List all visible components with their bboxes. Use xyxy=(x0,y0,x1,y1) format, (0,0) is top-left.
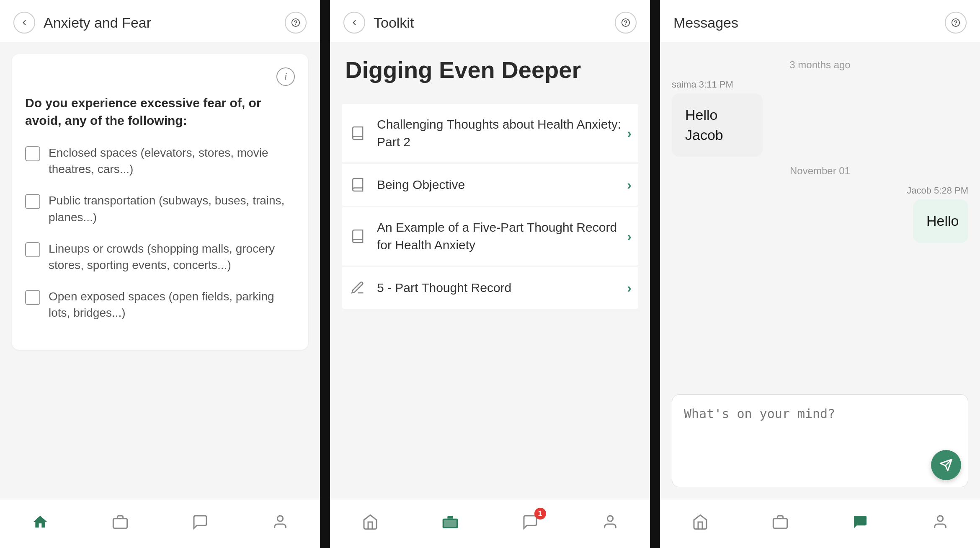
timestamp-top: 3 months ago xyxy=(672,59,968,71)
profile-icon-3 xyxy=(929,511,951,533)
message-input-container xyxy=(660,386,980,499)
panel2-title: Toolkit xyxy=(374,15,615,31)
message-input[interactable] xyxy=(684,406,956,473)
list-item-3[interactable]: An Example of a Five-Part Thought Record… xyxy=(342,207,638,266)
divider-2 xyxy=(650,0,660,548)
chevron-icon-3: › xyxy=(627,229,632,244)
book-icon-1 xyxy=(348,124,367,142)
anxiety-fear-panel: Anxiety and Fear i Do you experience exc… xyxy=(0,0,320,548)
nav-home-2[interactable] xyxy=(351,508,389,536)
chevron-icon-4: › xyxy=(627,280,632,296)
help-button-3[interactable] xyxy=(945,12,967,34)
toolkit-panel: Toolkit Digging Even Deeper Challenging … xyxy=(330,0,650,548)
timestamp-mid: November 01 xyxy=(672,165,968,177)
nav-messages-1[interactable] xyxy=(181,508,219,536)
pencil-icon xyxy=(348,279,367,297)
chevron-icon-2: › xyxy=(627,177,632,193)
help-button-1[interactable] xyxy=(285,12,307,34)
panel2-content: Digging Even Deeper Challenging Thoughts… xyxy=(330,42,650,499)
toolkit-icon-2 xyxy=(439,511,461,533)
checkbox-3[interactable] xyxy=(25,242,40,257)
messages-panel: Messages 3 months ago saima 3:11 PM Hell… xyxy=(660,0,980,548)
send-button[interactable] xyxy=(931,450,961,480)
message-sender-1: saima 3:11 PM xyxy=(672,79,773,90)
checkbox-item-4: Open exposed spaces (open fields, parkin… xyxy=(25,288,295,321)
home-icon-1 xyxy=(29,511,51,533)
message-bubble-1: Hello Jacob xyxy=(672,93,763,157)
list-item-text-3: An Example of a Five-Part Thought Record… xyxy=(377,219,627,254)
back-button[interactable] xyxy=(13,12,35,34)
sent-message-container: Jacob 5:28 PM Hello xyxy=(907,185,968,243)
nav-messages-2[interactable]: 1 xyxy=(511,508,549,536)
list-item-4[interactable]: 5 - Part Thought Record › xyxy=(342,267,638,309)
nav-toolkit-3[interactable] xyxy=(761,508,799,536)
panel2-bottom-nav: 1 xyxy=(330,499,650,548)
svg-point-8 xyxy=(607,516,613,521)
messages-icon-1 xyxy=(189,511,211,533)
panel3-bottom-nav xyxy=(660,499,980,548)
svg-rect-7 xyxy=(444,520,456,527)
nav-profile-2[interactable] xyxy=(591,508,629,536)
checkbox-2[interactable] xyxy=(25,194,40,209)
panel1-content: i Do you experience excessive fear of, o… xyxy=(0,42,320,499)
home-icon-3 xyxy=(689,511,711,533)
nav-home-1[interactable] xyxy=(21,508,59,536)
checkbox-1[interactable] xyxy=(25,146,40,161)
svg-rect-13 xyxy=(773,519,787,528)
profile-icon-1 xyxy=(269,511,291,533)
panel3-header: Messages xyxy=(660,0,980,42)
message-input-box xyxy=(672,394,968,487)
nav-home-3[interactable] xyxy=(681,508,720,536)
checkbox-item-1: Enclosed spaces (elevators, stores, movi… xyxy=(25,145,295,177)
checkbox-label-3: Lineups or crowds (shopping malls, groce… xyxy=(49,240,295,273)
chevron-icon-1: › xyxy=(627,126,632,141)
panel3-content: 3 months ago saima 3:11 PM Hello Jacob N… xyxy=(660,42,980,386)
anxiety-card: i Do you experience excessive fear of, o… xyxy=(12,54,308,350)
received-message-container: saima 3:11 PM Hello Jacob xyxy=(672,79,773,157)
checkbox-4[interactable] xyxy=(25,290,40,305)
checkbox-item-3: Lineups or crowds (shopping malls, groce… xyxy=(25,240,295,273)
help-button-2[interactable] xyxy=(615,12,637,34)
panel3-title: Messages xyxy=(673,15,945,31)
divider-1 xyxy=(320,0,330,548)
book-icon-3 xyxy=(348,227,367,246)
list-item-text-4: 5 - Part Thought Record xyxy=(377,279,627,297)
message-bubble-2: Hello xyxy=(913,199,968,243)
section-title: Digging Even Deeper xyxy=(342,56,638,84)
list-item-text-2: Being Objective xyxy=(377,176,627,194)
nav-toolkit-2[interactable] xyxy=(431,508,469,536)
toolkit-icon-3 xyxy=(769,511,791,533)
messages-icon-3 xyxy=(849,511,871,533)
panel2-header: Toolkit xyxy=(330,0,650,42)
back-button-2[interactable] xyxy=(343,12,365,34)
checkbox-label-1: Enclosed spaces (elevators, stores, movi… xyxy=(49,145,295,177)
checkbox-item-2: Public transportation (subways, buses, t… xyxy=(25,192,295,225)
nav-messages-3[interactable] xyxy=(841,508,879,536)
question-text: Do you experience excessive fear of, or … xyxy=(25,94,295,129)
checkbox-label-2: Public transportation (subways, buses, t… xyxy=(49,192,295,225)
home-icon-2 xyxy=(359,511,381,533)
toolkit-icon-1 xyxy=(109,511,131,533)
info-icon[interactable]: i xyxy=(276,67,295,86)
panel1-header: Anxiety and Fear xyxy=(0,0,320,42)
profile-icon-2 xyxy=(599,511,621,533)
nav-profile-1[interactable] xyxy=(261,508,299,536)
svg-point-3 xyxy=(277,516,283,521)
book-icon-2 xyxy=(348,176,367,194)
card-info-icon-container: i xyxy=(25,67,295,86)
nav-profile-3[interactable] xyxy=(921,508,959,536)
messages-badge: 1 xyxy=(534,508,546,520)
message-sender-2: Jacob 5:28 PM xyxy=(907,185,968,196)
panel1-title: Anxiety and Fear xyxy=(44,15,285,31)
checkbox-label-4: Open exposed spaces (open fields, parkin… xyxy=(49,288,295,321)
svg-rect-2 xyxy=(113,519,127,528)
nav-toolkit-1[interactable] xyxy=(101,508,139,536)
svg-point-14 xyxy=(937,516,943,521)
list-item-1[interactable]: Challenging Thoughts about Health Anxiet… xyxy=(342,104,638,163)
list-item-2[interactable]: Being Objective › xyxy=(342,164,638,206)
list-item-text-1: Challenging Thoughts about Health Anxiet… xyxy=(377,116,627,151)
panel1-bottom-nav xyxy=(0,499,320,548)
